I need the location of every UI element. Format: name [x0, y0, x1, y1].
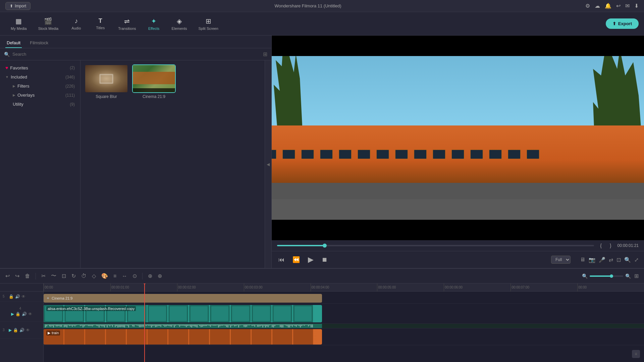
settings-icon[interactable]: ⚙	[585, 3, 590, 9]
mic-icon[interactable]: 🎤	[599, 257, 605, 263]
grid-view-icon[interactable]: ⊞	[263, 51, 267, 57]
nav-stock-media[interactable]: 🎬 Stock Media	[33, 14, 64, 33]
audio-icon: ♪	[74, 17, 78, 25]
redo-tool[interactable]: ↪	[14, 271, 21, 280]
track-type-4: ▶	[11, 312, 14, 316]
my-media-icon: ▦	[15, 17, 22, 25]
track-mute-4[interactable]: 🔊	[22, 312, 27, 316]
progress-bar[interactable]	[277, 245, 594, 246]
tab-default[interactable]: Default	[5, 38, 22, 48]
history-icon[interactable]: ↩	[616, 3, 621, 9]
sidebar-item-utility[interactable]: Utility (9)	[0, 100, 80, 109]
quality-select[interactable]: Full	[551, 256, 571, 264]
import-button[interactable]: ⬆ Import	[5, 2, 31, 10]
notification-icon[interactable]: 🔔	[605, 3, 611, 9]
clip-video[interactable]: alisa-enton-ehC3cSZ-3Bw-unsplash-Recover…	[44, 305, 322, 322]
transform-icon[interactable]: ⇄	[609, 257, 613, 263]
nav-my-media[interactable]: ▦ My Media	[5, 14, 32, 33]
cloud-icon[interactable]: ☁	[595, 3, 600, 9]
track-lock-4[interactable]: 🔒	[15, 312, 20, 316]
sidebar-item-favorites[interactable]: ♥ Favorites (2)	[0, 63, 80, 72]
track-mute-3[interactable]: 🔊	[19, 328, 24, 332]
track-visible-4[interactable]: 👁	[28, 312, 32, 316]
clip-cinema-21-9[interactable]: ✦ Cinema 21:9	[44, 294, 322, 303]
effect-square-blur[interactable]: Square Blur	[85, 64, 128, 99]
delete-tool[interactable]: 🗑	[23, 272, 32, 280]
elements-label: Elements	[172, 27, 187, 31]
play-button[interactable]: ▶	[307, 254, 315, 265]
align-tool[interactable]: ≡	[112, 272, 118, 280]
square-blur-thumb	[85, 64, 128, 93]
sidebar-item-filters[interactable]: ▶ Filters (226)	[0, 82, 80, 91]
pip-icon[interactable]: ⊡	[616, 257, 621, 263]
undo-tool[interactable]: ↩	[4, 271, 11, 280]
nav-split-screen[interactable]: ⊞ Split Screen	[193, 14, 223, 33]
track-visible-3[interactable]: 👁	[26, 328, 30, 332]
rotate-tool[interactable]: ↻	[70, 271, 77, 280]
step-back-button[interactable]: ⏪	[291, 255, 301, 265]
sidebar-item-overlays[interactable]: ▶ Overlays (111)	[0, 91, 80, 100]
sidebar-tree: ♥ Favorites (2) ▼ Included (346) ▶ Filte…	[0, 60, 80, 268]
my-media-label: My Media	[11, 27, 27, 31]
copy-tool[interactable]: ⊙	[131, 271, 138, 280]
nav-transitions[interactable]: ⇌ Transitions	[113, 14, 141, 33]
search-input[interactable]	[12, 52, 260, 57]
panel-tabs: Default Filmstock	[0, 36, 271, 48]
expand-icon[interactable]: ⤢	[634, 257, 639, 263]
nav-titles[interactable]: T Titles	[89, 15, 112, 33]
track-visible-5[interactable]: 👁	[21, 294, 25, 299]
sidebar-item-included[interactable]: ▼ Included (346)	[0, 72, 80, 82]
train-thumbnails	[44, 329, 322, 345]
zoom-out-preview-icon[interactable]: 🔍	[624, 257, 631, 263]
panel-body: ♥ Favorites (2) ▼ Included (346) ▶ Filte…	[0, 60, 271, 268]
add-track-button[interactable]: ⊕	[147, 271, 154, 280]
collapse-panel-button[interactable]: ◀	[265, 60, 271, 268]
monitor-icon[interactable]: 🖥	[580, 257, 585, 263]
export-label: Export	[618, 21, 632, 26]
zoom-fill	[590, 275, 611, 277]
speed-tool[interactable]: ⏱	[80, 272, 88, 280]
keyframe-tool[interactable]: ◇	[91, 271, 97, 280]
effects-icon: ✦	[151, 17, 157, 25]
progress-handle[interactable]	[323, 244, 327, 248]
camera-icon[interactable]: 📷	[589, 257, 595, 263]
nav-elements[interactable]: ◈ Elements	[166, 14, 193, 33]
cinema-thumb-container	[132, 64, 176, 93]
clip-train[interactable]: ▶ train	[44, 329, 322, 345]
train-clip-icon: ▶	[48, 331, 50, 335]
tab-filmstock[interactable]: Filmstock	[29, 38, 50, 48]
ripple-tool[interactable]: 〜	[50, 271, 58, 281]
mark-out-button[interactable]: }	[608, 242, 613, 249]
timeline-tracks[interactable]: 00:00 00:00:01:00 00:00:02:00 00:00:03:0…	[44, 283, 644, 362]
preview-controls: { } 00:00:01:21	[272, 240, 644, 251]
track-mute-5[interactable]: 🔊	[15, 294, 20, 299]
export-button[interactable]: ⬆ Export	[606, 18, 639, 29]
mail-icon[interactable]: ✉	[625, 3, 630, 9]
fit-timeline-button[interactable]: ⊞	[633, 271, 640, 280]
download-icon[interactable]: ⬇	[634, 3, 639, 9]
zoom-handle[interactable]	[610, 274, 613, 278]
favorites-icon: ♥	[5, 65, 8, 70]
crop-tool[interactable]: ⊡	[60, 271, 67, 280]
cut-tool[interactable]: ✂	[40, 271, 47, 280]
track-lock-5[interactable]: 🔒	[9, 294, 14, 299]
clip-cinema-icon: ✦	[46, 296, 50, 301]
color-tool[interactable]: 🎨	[100, 271, 109, 280]
zoom-out-icon[interactable]: 🔍	[582, 273, 588, 279]
transitions-icon: ⇌	[124, 17, 130, 25]
track-lock-3[interactable]: 🔒	[13, 328, 18, 332]
zoom-slider[interactable]	[590, 275, 623, 277]
stop-button[interactable]: ⏹	[320, 255, 329, 265]
mark-in-button[interactable]: {	[598, 242, 604, 249]
topbar: ⬆ Import Wondershare Filmora 11 (Untitle…	[0, 0, 644, 12]
track-num-3: 3	[3, 328, 7, 332]
nav-effects[interactable]: ✦ Effects	[142, 14, 166, 33]
zoom-in-icon[interactable]: 🔍	[625, 273, 631, 279]
magnet-tool[interactable]: ⊕	[156, 271, 163, 280]
ruler-mark-7: 00:00:07:00	[511, 283, 577, 292]
nav-audio[interactable]: ♪ Audio	[64, 14, 88, 33]
skip-back-button[interactable]: ⏮	[277, 255, 286, 265]
normalize-tool[interactable]: ↔	[120, 272, 128, 280]
track-audio-4	[44, 324, 644, 328]
effect-cinema-21-9[interactable]: Cinema 21:9	[132, 64, 176, 99]
